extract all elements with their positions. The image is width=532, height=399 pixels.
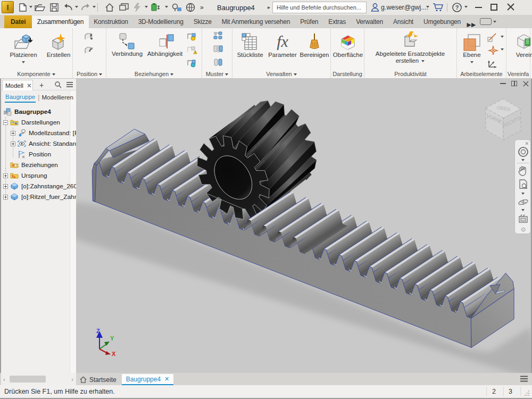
- svg-text:?: ?: [455, 4, 459, 11]
- svg-text:fx: fx: [277, 32, 288, 50]
- svg-text:Z: Z: [96, 328, 100, 334]
- svg-text:Y: Y: [110, 335, 114, 342]
- svg-text:X: X: [112, 351, 116, 356]
